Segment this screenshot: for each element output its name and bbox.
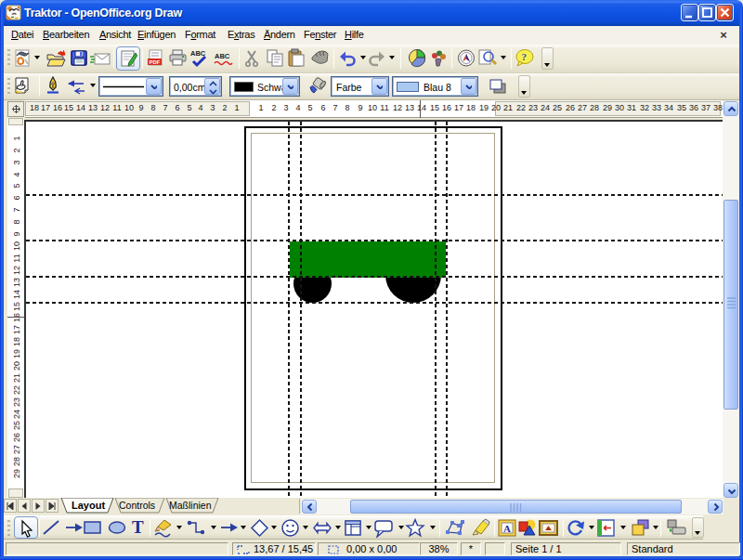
svg-text:Maßlinien: Maßlinien bbox=[169, 500, 212, 511]
svg-text:A: A bbox=[503, 523, 511, 534]
svg-text:Controls: Controls bbox=[119, 500, 155, 511]
svg-text:ABC: ABC bbox=[215, 52, 230, 60]
svg-text:PDF: PDF bbox=[150, 59, 161, 65]
svg-text:Layout: Layout bbox=[72, 500, 105, 511]
svg-text:?: ? bbox=[522, 51, 528, 62]
